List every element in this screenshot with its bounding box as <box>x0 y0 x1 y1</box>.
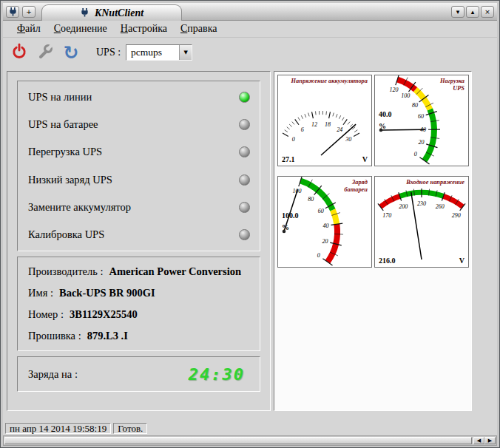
refresh-icon: ↻ <box>64 44 79 62</box>
sticky-button[interactable]: + <box>22 6 36 18</box>
svg-text:200: 200 <box>399 203 408 210</box>
svg-text:40.0: 40.0 <box>379 110 392 118</box>
statusbar: пн апр 14 2014 19:58:19 Готов. <box>3 422 497 435</box>
app-icon <box>80 7 89 20</box>
svg-text:40: 40 <box>322 223 328 229</box>
svg-text:%: % <box>282 223 289 231</box>
info-row: Имя :Back-UPS BR 900GI <box>18 287 260 299</box>
svg-text:12: 12 <box>311 121 317 128</box>
svg-text:170: 170 <box>382 212 391 219</box>
svg-text:260: 260 <box>436 203 445 210</box>
led-icon <box>239 174 250 186</box>
ups-select-value: pcmups <box>126 45 179 60</box>
close-button[interactable]: × <box>481 6 494 18</box>
statusbar-datetime: пн апр 14 2014 19:58:19 <box>5 423 111 434</box>
title-tab: KNutClient <box>41 4 182 21</box>
menu-item-help[interactable]: Справка <box>174 21 223 36</box>
svg-text:100: 100 <box>401 92 410 99</box>
led-icon <box>239 229 250 240</box>
svg-text:Напряжение аккумулятора: Напряжение аккумулятора <box>291 78 368 84</box>
svg-text:6: 6 <box>301 126 304 133</box>
battery-charge-gauge: 100806040200100.0%Зарядбатареи <box>277 176 372 268</box>
svg-text:24: 24 <box>337 126 342 133</box>
maximize-icon: ▴ <box>471 9 475 16</box>
titlebar[interactable]: + KNutClient ▾ ▴ × <box>3 3 497 21</box>
ups-label: UPS : <box>96 47 121 58</box>
minimize-button[interactable]: ▾ <box>451 6 464 18</box>
gauge-panel: 061218243027.1VНапряжение аккумулятора12… <box>274 71 472 411</box>
info-value: 879.L3 .I <box>87 330 128 342</box>
quit-button[interactable] <box>8 41 30 64</box>
chevron-down-icon[interactable]: ▼ <box>179 45 192 60</box>
status-row: UPS на батарее <box>18 118 260 131</box>
svg-text:20: 20 <box>322 238 328 245</box>
svg-text:%: % <box>379 122 386 130</box>
charge-lcd: 24:30 <box>189 365 245 384</box>
maximize-button[interactable]: ▴ <box>466 6 479 18</box>
window-menu-button[interactable] <box>6 6 19 18</box>
info-label: Номер : <box>28 308 64 320</box>
scrollbar-thumb[interactable] <box>4 437 472 444</box>
status-row: Низкий заряд UPS <box>18 174 260 186</box>
info-row: Номер :3B1129X25540 <box>18 308 260 321</box>
scroll-left-button[interactable]: ◀ <box>473 437 484 444</box>
knutclient-window: + KNutClient ▾ ▴ × ФайлСоединениеНастрой… <box>0 0 500 448</box>
menu-item-file[interactable]: Файл <box>10 21 47 36</box>
wrench-icon <box>36 42 54 63</box>
status-row: Перегрузка UPS <box>18 146 260 158</box>
info-row: Производитель :American Power Conversion <box>18 265 260 278</box>
svg-text:30: 30 <box>345 136 351 143</box>
svg-text:100.0: 100.0 <box>282 211 299 220</box>
svg-text:216.0: 216.0 <box>379 257 396 265</box>
scroll-left-icon: ◀ <box>477 438 481 444</box>
menu-item-settings[interactable]: Настройка <box>114 21 174 36</box>
charge-box: Заряда на : 24:30 <box>17 356 260 392</box>
statusbar-state: Готов. <box>113 423 147 434</box>
svg-text:290: 290 <box>452 212 461 219</box>
svg-text:120: 120 <box>390 86 399 93</box>
battery-voltage-gauge: 061218243027.1VНапряжение аккумулятора <box>277 75 372 166</box>
scroll-right-button[interactable]: ▶ <box>484 437 496 444</box>
svg-text:0: 0 <box>317 252 320 259</box>
svg-text:0: 0 <box>292 136 295 143</box>
power-icon <box>10 42 28 63</box>
status-label: Замените аккумулятор <box>28 201 239 214</box>
minimize-icon: ▾ <box>456 9 460 16</box>
svg-text:80: 80 <box>308 196 314 203</box>
menubar: ФайлСоединениеНастройкаСправка <box>3 21 497 38</box>
settings-button[interactable] <box>34 41 56 64</box>
svg-text:V: V <box>362 155 368 163</box>
status-row: UPS на линии <box>18 91 260 103</box>
input-voltage-gauge: 170200230260290216.0VВходное напряжение <box>374 176 469 268</box>
info-value: 3B1129X25540 <box>70 308 138 320</box>
status-box: UPS на линииUPS на батарееПерегрузка UPS… <box>17 81 260 251</box>
led-icon <box>239 146 250 157</box>
menu-item-connection[interactable]: Соединение <box>47 21 114 36</box>
charge-label: Заряда на : <box>28 368 78 381</box>
horizontal-scrollbar[interactable]: ◀ ▶ <box>3 435 497 446</box>
status-panel: UPS на линииUPS на батарееПерегрузка UPS… <box>7 71 271 411</box>
refresh-button[interactable]: ↻ <box>60 41 82 64</box>
info-row: Прошивка :879.L3 .I <box>18 330 260 342</box>
svg-text:Нагрузка: Нагрузка <box>439 78 464 84</box>
info-value: American Power Conversion <box>109 265 241 277</box>
status-label: UPS на линии <box>28 91 239 103</box>
status-label: Калибровка UPS <box>28 228 239 241</box>
svg-text:20: 20 <box>418 139 424 146</box>
svg-text:батареи: батареи <box>344 186 368 193</box>
svg-text:80: 80 <box>412 102 418 109</box>
svg-text:Входное напряжение: Входное напряжение <box>405 179 464 186</box>
svg-text:18: 18 <box>325 121 331 128</box>
svg-text:27.1: 27.1 <box>282 155 295 163</box>
sticky-icon: + <box>26 9 32 16</box>
window-title: KNutClient <box>95 7 143 19</box>
info-label: Имя : <box>28 287 53 299</box>
info-label: Прошивка : <box>28 330 81 342</box>
info-label: Производитель : <box>28 265 103 277</box>
ups-load-gauge: 12010080604020040.0%НагрузкаUPS <box>374 75 469 166</box>
status-row: Замените аккумулятор <box>18 201 260 214</box>
ups-select[interactable]: pcmups ▼ <box>126 44 192 61</box>
info-value: Back-UPS BR 900GI <box>59 287 155 299</box>
info-box: Производитель :American Power Conversion… <box>17 257 260 351</box>
close-icon: × <box>484 9 490 16</box>
